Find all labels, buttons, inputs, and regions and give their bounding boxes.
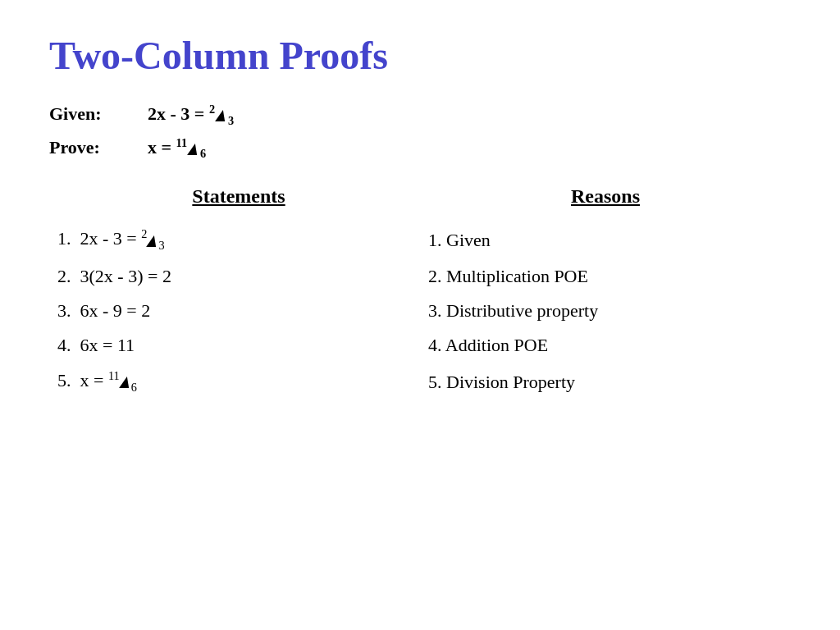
- page-title: Two-Column Proofs: [49, 33, 791, 78]
- given-expression: 2x - 3 = 23: [148, 103, 234, 128]
- table-row: 5. x = 1165. Division Property: [49, 363, 791, 401]
- prove-expression: x = 116: [148, 136, 206, 162]
- reason-cell: 1. Given: [420, 221, 791, 259]
- statement-cell: 1. 2x - 3 = 23: [49, 221, 420, 259]
- prove-line: Prove: x = 116: [49, 136, 791, 162]
- given-line: Given: 2x - 3 = 23: [49, 103, 791, 128]
- stmt-num: 4. 6x = 11: [57, 335, 135, 355]
- stmt-num: 5. x =: [57, 370, 108, 390]
- reason-cell: 5. Division Property: [420, 363, 791, 401]
- table-row: 1. 2x - 3 = 231. Given: [49, 221, 791, 259]
- reason-cell: 2. Multiplication POE: [420, 259, 791, 294]
- stmt-num: 2. 3(2x - 3) = 2: [57, 266, 171, 286]
- reason-cell: 4. Addition POE: [420, 328, 791, 363]
- statements-header: Statements: [49, 185, 420, 221]
- statement-cell: 4. 6x = 11: [49, 328, 420, 363]
- reasons-header: Reasons: [420, 185, 791, 221]
- stmt-num: 1. 2x - 3 =: [57, 229, 141, 249]
- reason-cell: 3. Distributive property: [420, 294, 791, 328]
- prove-label: Prove:: [49, 137, 148, 158]
- proof-table: Statements Reasons 1. 2x - 3 = 231. Give…: [49, 185, 791, 400]
- proof-table-section: Statements Reasons 1. 2x - 3 = 231. Give…: [49, 185, 791, 400]
- stmt-num: 3. 6x - 9 = 2: [57, 300, 150, 321]
- table-row: 3. 6x - 9 = 23. Distributive property: [49, 294, 791, 328]
- statement-cell: 3. 6x - 9 = 2: [49, 294, 420, 328]
- table-row: 2. 3(2x - 3) = 22. Multiplication POE: [49, 259, 791, 294]
- statement-cell: 5. x = 116: [49, 363, 420, 401]
- statement-cell: 2. 3(2x - 3) = 2: [49, 259, 420, 294]
- given-label: Given:: [49, 103, 148, 125]
- given-prove-section: Given: 2x - 3 = 23 Prove: x = 116: [49, 103, 791, 161]
- table-row: 4. 6x = 114. Addition POE: [49, 328, 791, 363]
